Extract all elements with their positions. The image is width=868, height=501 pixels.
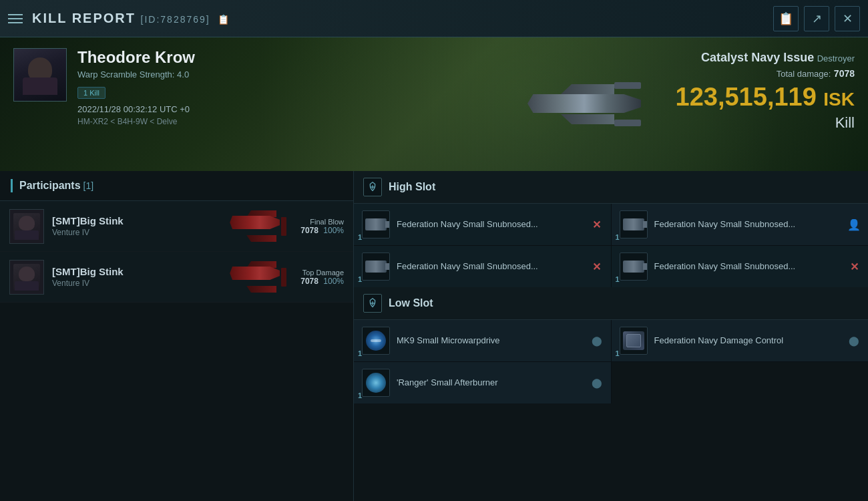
low-slot-section: Low Slot 1 MK9 Small Microwarpdrive ⬤ 1: [354, 287, 868, 403]
copy-button[interactable]: 📋: [773, 6, 799, 31]
close-button[interactable]: ✕: [835, 6, 860, 31]
participant-ship: Venture IV: [52, 228, 222, 237]
window-actions: 📋 ↗ ✕: [773, 6, 860, 31]
damage-label: Total damage:: [777, 69, 831, 79]
report-id: [ID:7828769]: [141, 14, 210, 25]
menu-icon[interactable]: [8, 14, 23, 23]
isk-label: ISK: [823, 89, 855, 110]
high-slot-section: High Slot 1 Federation Navy Small Snubno…: [354, 171, 868, 287]
item-name: 'Ranger' Small Afterburner: [397, 377, 584, 389]
participant-avatar: [9, 260, 44, 295]
participants-label: Participants: [19, 180, 81, 192]
high-slot-grid: 1 Federation Navy Small Snubnosed... ✕ 1: [354, 204, 868, 287]
item-qty: 1: [358, 349, 362, 357]
main-content: Participants [1] [SMT]Big Stink Venture …: [0, 171, 868, 501]
participant-row[interactable]: [SMT]Big Stink Venture IV Final Blow 707…: [0, 201, 353, 252]
section-accent: [11, 179, 13, 192]
participant-name: [SMT]Big Stink: [52, 215, 222, 226]
participant-stats: Final Blow 7078 100%: [298, 218, 344, 235]
item-qty: 1: [358, 233, 362, 241]
participant-ship: Venture IV: [52, 279, 222, 288]
high-slot-header: High Slot: [354, 171, 868, 204]
destroyed-icon: ✕: [591, 261, 603, 273]
dropped-icon: 👤: [848, 218, 860, 230]
item-qty: 1: [358, 391, 362, 399]
blow-type: Top Damage: [298, 269, 344, 277]
title-text: KILL REPORT: [32, 11, 136, 25]
dropped-icon: ⬤: [591, 377, 603, 389]
low-slot-label: Low Slot: [389, 297, 433, 309]
kill-badge: 1 Kill: [77, 87, 105, 99]
item-name: Federation Navy Damage Control: [654, 335, 842, 347]
item-icon: [362, 369, 390, 397]
item-qty: 1: [616, 275, 620, 283]
low-slot-grid: 1 MK9 Small Microwarpdrive ⬤ 1 Federati: [354, 320, 868, 403]
slots-panel: High Slot 1 Federation Navy Small Snubno…: [354, 171, 868, 501]
item-qty: 1: [616, 349, 620, 357]
blow-type: Final Blow: [298, 218, 344, 226]
window-title: KILL REPORT [ID:7828769] 📋: [32, 11, 773, 26]
participants-header: Participants [1]: [0, 171, 353, 201]
damage-value: 7078: [300, 226, 318, 235]
isk-value: 123,515,119: [676, 83, 817, 111]
item-icon: [362, 253, 390, 281]
item-cell[interactable]: 1 Federation Navy Small Snubnosed... 👤: [612, 204, 869, 245]
item-name: Federation Navy Small Snubnosed...: [654, 261, 842, 273]
ship-type: Destroyer: [817, 53, 855, 63]
item-name: Federation Navy Small Snubnosed...: [397, 261, 584, 273]
participant-row[interactable]: [SMT]Big Stink Venture IV Top Damage 707…: [0, 252, 353, 303]
item-qty: 1: [358, 275, 362, 283]
item-icon: [620, 327, 648, 355]
item-cell-empty: [612, 362, 869, 403]
slot-icon: [363, 294, 382, 313]
title-bar: KILL REPORT [ID:7828769] 📋 📋 ↗ ✕: [0, 0, 868, 37]
dropped-icon: ⬤: [848, 335, 860, 347]
pct-value: 100%: [323, 277, 344, 286]
item-name: Federation Navy Small Snubnosed...: [654, 219, 842, 230]
item-cell[interactable]: 1 Federation Navy Damage Control ⬤: [612, 320, 869, 361]
participants-count: [1]: [83, 180, 94, 191]
avatar: [13, 48, 67, 102]
participant-ship-image: [230, 259, 290, 295]
damage-value: 7078: [834, 68, 855, 79]
high-slot-label: High Slot: [389, 181, 435, 193]
item-icon: [362, 327, 390, 355]
participant-name: [SMT]Big Stink: [52, 266, 222, 277]
item-cell[interactable]: 1 Federation Navy Small Snubnosed... ✕: [612, 246, 869, 287]
destroyed-icon: ✕: [848, 261, 860, 273]
ship-image: [521, 81, 654, 128]
item-name: Federation Navy Small Snubnosed...: [397, 219, 584, 230]
item-cell[interactable]: 1 Federation Navy Small Snubnosed... ✕: [354, 204, 611, 245]
pct-value: 100%: [323, 226, 344, 235]
item-cell[interactable]: 1 MK9 Small Microwarpdrive ⬤: [354, 320, 611, 361]
item-qty: 1: [616, 233, 620, 241]
participant-info: [SMT]Big Stink Venture IV: [52, 266, 222, 288]
hero-stats: Catalyst Navy Issue Destroyer Total dama…: [676, 51, 855, 132]
participant-avatar: [9, 209, 44, 244]
participant-stats: Top Damage 7078 100%: [298, 269, 344, 286]
low-slot-header: Low Slot: [354, 287, 868, 320]
destroyed-icon: ✕: [591, 218, 603, 230]
participant-ship-image: [230, 208, 290, 244]
item-name: MK9 Small Microwarpdrive: [397, 335, 584, 347]
participant-info: [SMT]Big Stink Venture IV: [52, 215, 222, 237]
item-icon: [620, 210, 648, 238]
slot-icon: [363, 178, 382, 196]
hero-section: Theodore Krow Warp Scramble Strength: 4.…: [0, 37, 868, 171]
item-cell[interactable]: 1 'Ranger' Small Afterburner ⬤: [354, 362, 611, 403]
export-button[interactable]: ↗: [804, 6, 829, 31]
participants-panel: Participants [1] [SMT]Big Stink Venture …: [0, 171, 354, 501]
kill-type-label: Kill: [676, 114, 855, 132]
item-icon: [362, 210, 390, 238]
damage-value: 7078: [300, 277, 318, 286]
item-cell[interactable]: 1 Federation Navy Small Snubnosed... ✕: [354, 246, 611, 287]
ship-name: Catalyst Navy Issue: [701, 51, 814, 64]
dropped-icon: ⬤: [591, 335, 603, 347]
item-icon: [620, 253, 648, 281]
